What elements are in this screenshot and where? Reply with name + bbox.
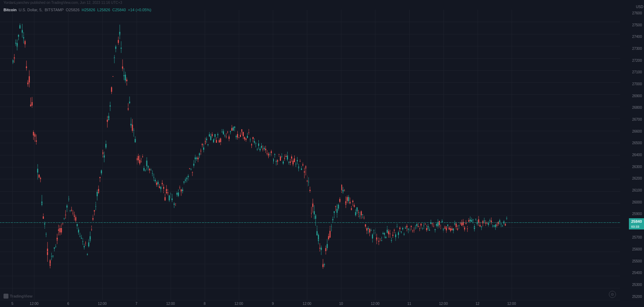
price-label: 26300	[622, 165, 642, 169]
candlestick-chart[interactable]	[0, 10, 620, 300]
price-label: 26400	[622, 153, 642, 157]
current-price-value: 25840	[631, 219, 642, 223]
time-label: 6	[67, 302, 69, 306]
current-price-badge: 25840 03:33	[629, 218, 644, 229]
settings-icon[interactable]: ⚙	[609, 291, 616, 298]
symbol-label: Bitcoin	[4, 8, 17, 12]
tv-icon	[4, 294, 8, 299]
price-label: 27100	[622, 70, 642, 74]
published-bar: YordanLyanchev published on TradingView.…	[0, 0, 644, 6]
time-label: 12	[475, 302, 479, 306]
time-label: 12:00	[166, 302, 175, 306]
time-label: 7	[136, 302, 138, 306]
price-label: 26600	[622, 129, 642, 133]
price-label: 25300	[622, 283, 642, 287]
price-label: 25400	[622, 271, 642, 275]
time-label: 9	[272, 302, 274, 306]
price-label: 26500	[622, 141, 642, 145]
price-label: 25600	[622, 247, 642, 251]
price-label: 27300	[622, 47, 642, 51]
chart-container: YordanLyanchev published on TradingView.…	[0, 0, 644, 307]
time-label: 10	[339, 302, 343, 306]
published-text: YordanLyanchev published on TradingView.…	[4, 1, 122, 5]
ohlc-header: Bitcoin U.S. Dollar, 5, BITSTAMP O25826 …	[0, 5, 644, 15]
current-price-line	[0, 222, 620, 223]
tradingview-logo: TradingView	[4, 294, 33, 299]
current-price-time: 03:33	[631, 225, 642, 229]
price-label: 25200	[622, 295, 642, 299]
price-label: 26000	[622, 200, 642, 204]
time-label: 12:00	[234, 302, 243, 306]
high-label: H25826	[82, 8, 96, 12]
time-label: 8	[204, 302, 206, 306]
price-label: 27600	[622, 11, 642, 15]
time-label: 12:00	[98, 302, 107, 306]
time-label: 12:00	[507, 302, 516, 306]
exchange-label: BITSTAMP	[45, 8, 64, 12]
time-label: 12:00	[30, 302, 39, 306]
price-label: 27400	[622, 35, 642, 39]
price-label: 27200	[622, 59, 642, 62]
close-label: C25840	[112, 8, 126, 12]
price-axis: 2760027500274002730027200271002700026900…	[620, 10, 644, 300]
price-label: 26700	[622, 118, 642, 121]
price-label: 25700	[622, 235, 642, 239]
tv-text: TradingView	[10, 294, 33, 298]
price-label: 26200	[622, 176, 642, 180]
price-label: 26900	[622, 94, 642, 98]
price-label: 25500	[622, 259, 642, 263]
time-axis: 512:00612:00712:00812:00912:001012:00111…	[0, 300, 620, 307]
time-label: 5	[12, 302, 14, 306]
price-label: 26100	[622, 188, 642, 192]
time-label: 12:00	[439, 302, 448, 306]
time-label: 11	[407, 302, 411, 306]
pair-label: U.S. Dollar, 5,	[19, 8, 42, 12]
price-label: 27000	[622, 82, 642, 86]
low-label: L25826	[97, 8, 110, 12]
time-label: 12:00	[303, 302, 311, 306]
change-label: +14 (+0.05%)	[128, 8, 151, 12]
time-label: 12:00	[371, 302, 380, 306]
price-label: 26800	[622, 106, 642, 109]
open-label: O25826	[66, 8, 79, 12]
price-label: 25900	[622, 212, 642, 216]
price-label: 27500	[622, 23, 642, 27]
